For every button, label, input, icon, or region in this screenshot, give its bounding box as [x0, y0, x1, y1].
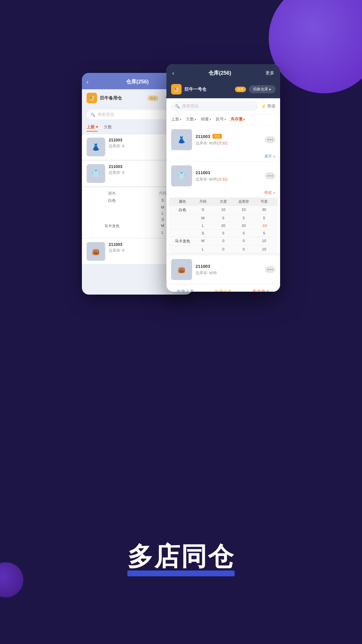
- back-store-icon: 🐮: [87, 93, 97, 103]
- front-more-btn[interactable]: 更多: [266, 70, 274, 76]
- collapse-arrow-2: ∧: [273, 191, 275, 195]
- phones-container: ‹ 仓库(256) 🐮 巨牛备用仓 他仓 切换仓库 ▸ 🔍 搜索货品 上新 ▾: [82, 64, 280, 303]
- front-product-thumb-2: 👕: [171, 165, 192, 186]
- filter-label: 筛选: [267, 104, 275, 109]
- back-phone-back-icon[interactable]: ‹: [87, 78, 89, 85]
- front-tab-stock[interactable]: 库存量 ▾: [231, 117, 245, 123]
- front-product-item-3: 👜 211003 总库存: 80件: [166, 256, 280, 284]
- main-title-underline: [127, 570, 235, 576]
- detail-row-2: M 5 5 5: [169, 214, 278, 222]
- front-product-stock-3: 总库存: 80件: [196, 270, 265, 276]
- back-store-name: 巨牛备用仓: [100, 95, 147, 101]
- expand-btn-1[interactable]: 展开: [264, 154, 272, 159]
- front-product-stock-2: 总库存: 80件(欠32): [196, 177, 265, 182]
- expand-arrow-1: ∨: [273, 155, 275, 158]
- front-product-list: 👗 211003 新款 总库存: 80件(欠32): [166, 126, 280, 284]
- front-tab-style[interactable]: 款号 ▾: [216, 117, 226, 123]
- front-store-tag: 自有: [235, 87, 246, 92]
- front-phone-header: ‹ 仓库(256) 更多: [166, 64, 280, 80]
- filter-icon: ⚡: [261, 104, 266, 108]
- front-phone: ‹ 仓库(256) 更多 🐮 巨牛一号仓 自有 切换仓库 ▸ 🔍 搜索货品 ⚡: [166, 64, 280, 292]
- front-store-row: 🐮 巨牛一号仓 自有 切换仓库 ▸: [166, 80, 280, 98]
- back-product-thumb-3: 👜: [87, 242, 105, 261]
- inventory-check-btn[interactable]: 库存盘点: [242, 284, 280, 292]
- front-tabs: 上新 ▾ 欠数 ▾ 销量 ▾ 款号 ▾ 库存量 ▾: [166, 114, 280, 126]
- back-product-thumb-1: 👗: [87, 138, 105, 156]
- front-tab-sales[interactable]: 销量 ▾: [201, 117, 211, 123]
- front-product-stock-1: 总库存: 80件(欠32): [196, 141, 265, 146]
- front-search-box[interactable]: 🔍 搜索货品: [171, 101, 258, 111]
- batch-inbound-btn[interactable]: 批量入库: [166, 284, 204, 292]
- detail-row-4: S 5 5 5: [169, 230, 278, 237]
- front-product-expand-1: 展开 ∨: [166, 154, 280, 161]
- front-product-menu-3[interactable]: [265, 266, 275, 273]
- front-product-menu-1[interactable]: [265, 136, 275, 143]
- front-bottom-bar: 批量入库 批量出库 库存盘点: [166, 284, 280, 292]
- main-title-text: 多店同仓: [127, 542, 235, 571]
- detail-row-3: L 20 20 -10: [169, 222, 278, 230]
- detail-row-6: L 0 0 10: [169, 246, 278, 253]
- collapse-btn-2[interactable]: 收起: [264, 190, 272, 195]
- front-product-item-2: 👕 211003 总库存: 80件(欠32): [166, 162, 280, 253]
- detail-table-header: 颜色 尺码 欠货 总库存 可卖: [169, 197, 278, 206]
- detail-table: 颜色 尺码 欠货 总库存 可卖 白色 S 10 10 30: [169, 197, 278, 253]
- detail-row-5: 马卡龙色 M 0 0 10: [169, 237, 278, 246]
- front-product-thumb-3: 👜: [171, 259, 192, 280]
- front-product-code-2: 211003: [196, 170, 210, 175]
- front-back-icon[interactable]: ‹: [172, 70, 174, 76]
- front-store-name: 巨牛一号仓: [184, 87, 235, 92]
- back-search-placeholder: 搜索货品: [98, 112, 114, 117]
- front-product-menu-2[interactable]: [265, 172, 275, 179]
- back-store-tag: 他仓: [147, 95, 159, 101]
- bottom-text-section: 多店同仓: [0, 539, 362, 574]
- front-product-collapse-2: 收起 ∧: [166, 190, 280, 197]
- detail-row-1: 白色 S 10 10 30: [169, 206, 278, 214]
- front-product-item-1: 👗 211003 新款 总库存: 80件(欠32): [166, 126, 280, 161]
- back-phone-title: 仓库(256): [126, 78, 149, 85]
- front-switch-btn[interactable]: 切换仓库 ▸: [249, 85, 275, 93]
- front-tab-new[interactable]: 上新 ▾: [171, 117, 181, 123]
- front-product-new-tag-1: 新款: [212, 134, 222, 139]
- front-phone-title: 仓库(256): [208, 69, 231, 76]
- back-tab-owe[interactable]: 欠数: [104, 125, 112, 132]
- front-store-icon: 🐮: [171, 84, 182, 94]
- back-tab-new[interactable]: 上新 ▾: [87, 125, 98, 132]
- main-title: 多店同仓: [127, 539, 235, 574]
- front-product-code-3: 211003: [196, 264, 210, 269]
- front-product-code-1: 211003: [196, 134, 210, 139]
- front-tab-owe[interactable]: 欠数 ▾: [186, 117, 196, 123]
- batch-outbound-btn[interactable]: 批量出库: [204, 284, 242, 292]
- front-filter-btn[interactable]: ⚡ 筛选: [261, 104, 275, 109]
- front-search-row: 🔍 搜索货品 ⚡ 筛选: [166, 98, 280, 114]
- front-product-thumb-1: 👗: [171, 129, 192, 150]
- front-search-icon: 🔍: [175, 104, 180, 108]
- back-product-thumb-2: 👕: [87, 164, 105, 183]
- back-search-icon: 🔍: [91, 113, 95, 117]
- front-search-placeholder: 搜索货品: [182, 104, 198, 109]
- content-area: ‹ 仓库(256) 🐮 巨牛备用仓 他仓 切换仓库 ▸ 🔍 搜索货品 上新 ▾: [0, 0, 362, 644]
